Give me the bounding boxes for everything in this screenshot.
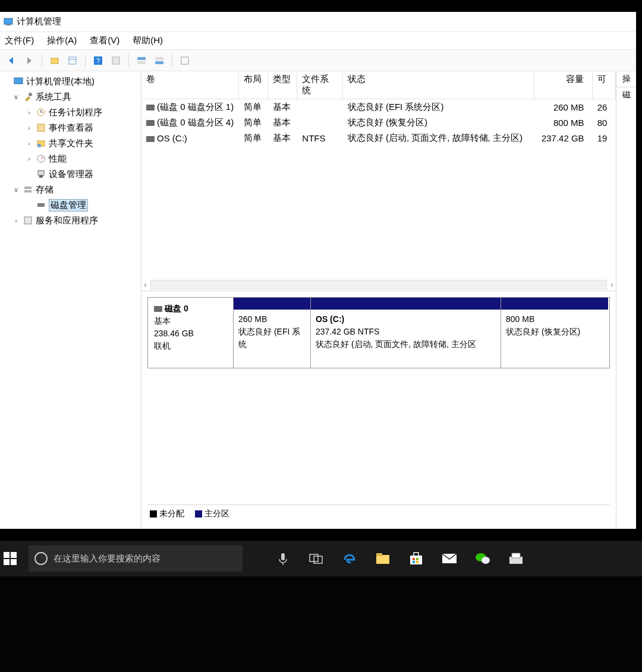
col-type[interactable]: 类型 <box>268 71 297 99</box>
device-icon <box>36 169 46 179</box>
svg-rect-18 <box>37 124 45 131</box>
col-volume[interactable]: 卷 <box>141 71 239 99</box>
partition-box[interactable]: 260 MB状态良好 (EFI 系统 <box>234 298 311 368</box>
refresh-button[interactable] <box>108 53 124 68</box>
volume-row[interactable]: (磁盘 0 磁盘分区 4)简单基本状态良好 (恢复分区)800 MB80 <box>141 115 616 130</box>
menu-help[interactable]: 帮助(H) <box>133 35 163 46</box>
svg-rect-12 <box>181 57 188 64</box>
tree-device-manager[interactable]: 设备管理器 <box>1 166 140 182</box>
svg-rect-29 <box>24 217 32 224</box>
svg-point-14 <box>29 93 32 96</box>
disk-type: 基本 <box>154 315 227 327</box>
svg-rect-11 <box>155 61 163 64</box>
tree-pane: 计算机管理(本地) ∨ 系统工具 › 任务计划程序 › 事件查看器 <box>0 71 141 529</box>
col-free[interactable]: 可 <box>593 71 616 99</box>
mail-icon[interactable] <box>441 550 458 567</box>
disk-online-status: 联机 <box>154 340 227 352</box>
back-button[interactable] <box>4 53 19 68</box>
svg-point-44 <box>482 557 490 564</box>
tree-disk-management[interactable]: 磁盘管理 <box>1 197 140 213</box>
explorer-icon[interactable] <box>374 550 391 567</box>
legend-primary-swatch <box>195 510 202 518</box>
mic-icon[interactable] <box>275 550 291 567</box>
tools-icon <box>23 92 33 102</box>
svg-rect-3 <box>69 57 76 64</box>
scroll-right-icon[interactable]: › <box>610 280 613 289</box>
properties-button[interactable] <box>65 53 80 68</box>
tree-services-apps[interactable]: › 服务和应用程序 <box>1 213 140 228</box>
disk-icon <box>36 200 46 210</box>
taskbar-search-placeholder: 在这里输入你要搜索的内容 <box>54 553 160 564</box>
collapse-icon[interactable]: ∨ <box>12 186 20 194</box>
edge-icon[interactable] <box>341 550 358 567</box>
view-bottom-button[interactable] <box>152 53 167 68</box>
menu-file[interactable]: 文件(F) <box>5 35 34 46</box>
start-button[interactable] <box>4 550 20 567</box>
collapse-icon[interactable]: ∨ <box>12 93 20 101</box>
volume-row[interactable]: OS (C:)简单基本NTFS状态良好 (启动, 页面文件, 故障转储, 主分区… <box>141 130 616 146</box>
legend-unallocated-swatch <box>150 510 157 518</box>
tree-root[interactable]: 计算机管理(本地) <box>1 74 140 89</box>
volume-list-body[interactable]: (磁盘 0 磁盘分区 1)简单基本状态良好 (EFI 系统分区)260 MB26… <box>141 99 616 279</box>
horizontal-scrollbar[interactable]: ‹ › <box>141 279 616 291</box>
toolbar: ? <box>0 50 636 71</box>
svg-rect-7 <box>112 57 119 64</box>
event-icon <box>36 122 46 133</box>
app-icon <box>4 17 13 27</box>
disk-name: 磁盘 0 <box>165 304 188 313</box>
actions-item[interactable]: 磁 <box>620 87 633 529</box>
forward-button[interactable] <box>21 53 37 68</box>
svg-rect-23 <box>38 171 44 175</box>
fax-icon[interactable] <box>508 550 524 567</box>
cortana-icon <box>34 552 48 565</box>
titlebar[interactable]: 计算机管理 <box>0 12 636 32</box>
expand-icon[interactable]: › <box>25 124 33 131</box>
disk-size: 238.46 GB <box>154 327 227 340</box>
help-button[interactable]: ? <box>90 53 106 68</box>
wechat-icon[interactable] <box>474 550 491 567</box>
tree-system-tools[interactable]: ∨ 系统工具 <box>1 89 140 105</box>
tree-storage[interactable]: ∨ 存储 <box>1 182 140 197</box>
svg-rect-2 <box>51 58 58 64</box>
disk-label-box[interactable]: 磁盘 0 基本 238.46 GB 联机 <box>148 298 234 368</box>
col-status[interactable]: 状态 <box>343 71 534 99</box>
disk-graphical-pane: 磁盘 0 基本 238.46 GB 联机 260 MB状态良好 (EFI 系统O… <box>141 291 616 529</box>
scrollbar-track[interactable] <box>150 280 608 289</box>
svg-rect-13 <box>14 78 23 84</box>
tree-shared-folders[interactable]: › 共享文件夹 <box>1 135 140 151</box>
col-fs[interactable]: 文件系统 <box>297 71 342 99</box>
svg-text:?: ? <box>96 57 100 64</box>
tree-event-viewer[interactable]: › 事件查看器 <box>1 120 140 135</box>
settings-button[interactable] <box>177 53 193 68</box>
performance-icon <box>36 153 46 164</box>
store-icon[interactable] <box>408 550 424 567</box>
up-button[interactable] <box>47 53 62 68</box>
col-layout[interactable]: 布局 <box>239 71 268 99</box>
volume-row[interactable]: (磁盘 0 磁盘分区 1)简单基本状态良好 (EFI 系统分区)260 MB26 <box>141 99 616 115</box>
partition-box[interactable]: OS (C:)237.42 GB NTFS状态良好 (启动, 页面文件, 故障转… <box>311 298 501 368</box>
svg-rect-8 <box>137 57 146 60</box>
svg-rect-35 <box>376 553 382 556</box>
scroll-left-icon[interactable]: ‹ <box>144 280 147 289</box>
partition-bar <box>311 298 501 310</box>
disk-row[interactable]: 磁盘 0 基本 238.46 GB 联机 260 MB状态良好 (EFI 系统O… <box>147 297 610 368</box>
col-capacity[interactable]: 容量 <box>534 71 593 99</box>
taskbar: 在这里输入你要搜索的内容 <box>0 541 642 576</box>
menu-action[interactable]: 操作(A) <box>47 35 77 46</box>
partition-bar <box>501 298 608 310</box>
task-view-icon[interactable] <box>308 550 325 567</box>
view-top-button[interactable] <box>134 53 149 68</box>
actions-pane: 操 磁 <box>616 71 636 529</box>
tree-task-scheduler[interactable]: › 任务计划程序 <box>1 105 140 120</box>
expand-icon[interactable]: › <box>12 217 20 224</box>
expand-icon[interactable]: › <box>25 140 33 147</box>
menu-view[interactable]: 查看(V) <box>90 35 119 46</box>
volume-icon <box>146 120 155 126</box>
clock-icon <box>36 107 46 118</box>
actions-header[interactable]: 操 <box>616 71 636 87</box>
tree-performance[interactable]: › 性能 <box>1 151 140 166</box>
expand-icon[interactable]: › <box>25 109 33 116</box>
taskbar-search[interactable]: 在这里输入你要搜索的内容 <box>29 545 243 572</box>
expand-icon[interactable]: › <box>25 155 33 162</box>
partition-box[interactable]: 800 MB状态良好 (恢复分区) <box>501 298 608 368</box>
